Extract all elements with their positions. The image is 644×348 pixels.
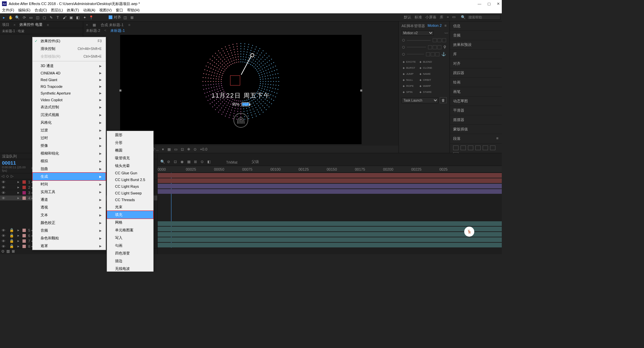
motion-btn-spin[interactable]: ✦SPIN: [401, 89, 418, 95]
tl-icon-c2[interactable]: ◧: [207, 160, 212, 164]
text-tool[interactable]: T: [55, 15, 60, 20]
right-panel-7[interactable]: 画笔: [450, 87, 502, 97]
submenu-item[interactable]: 填充: [107, 211, 153, 219]
menu-item[interactable]: 表达式控制▶: [33, 103, 106, 111]
para-align-3[interactable]: [475, 146, 481, 150]
submenu-item[interactable]: 四色渐变: [107, 249, 153, 257]
motion-graph-icon[interactable]: 〰: [444, 31, 448, 35]
menu-window[interactable]: 窗口: [116, 8, 123, 13]
eye-icon[interactable]: 👁: [1, 180, 5, 184]
workspace-standard[interactable]: 标准: [415, 15, 422, 20]
motion-btn-jump[interactable]: ✦JUMP: [401, 71, 418, 76]
rect-tool[interactable]: ▢: [42, 15, 47, 20]
layer-bar[interactable]: [158, 173, 502, 178]
clone-tool[interactable]: ▣: [68, 15, 74, 20]
layer-bar[interactable]: [158, 184, 502, 188]
para-align-5[interactable]: [490, 146, 495, 150]
menu-item[interactable]: Synthetic Aperture▶: [33, 90, 106, 97]
maximize-button[interactable]: ▢: [487, 2, 491, 6]
vc-i4[interactable]: ❋: [187, 147, 190, 152]
motion-btn-warp[interactable]: ✦WARP: [418, 83, 434, 89]
layer-bar[interactable]: [158, 227, 502, 231]
tl-icon-3d[interactable]: ▦: [187, 160, 192, 164]
comp-tab-main[interactable]: 合成 未标题-1: [101, 22, 123, 27]
motion-btn-stare[interactable]: ✦STARE: [418, 89, 434, 95]
tl-toggle-2[interactable]: ▥: [6, 249, 10, 253]
tl-icon-shy[interactable]: ⊘: [167, 160, 172, 164]
menu-item[interactable]: 过时▶: [33, 134, 106, 142]
tl-icon-graph[interactable]: ⊞: [194, 160, 199, 164]
tl-icon-fx[interactable]: ⊡: [174, 160, 178, 164]
menu-item[interactable]: 遮罩▶: [33, 242, 106, 250]
lock-icon[interactable]: 🔒: [9, 239, 13, 243]
layer-bar[interactable]: [158, 189, 502, 194]
menu-view[interactable]: 视图(V): [99, 8, 112, 13]
menu-edit[interactable]: 编辑(E): [18, 8, 31, 13]
motion-tab-scripts[interactable]: AE脚本管理器: [401, 23, 425, 28]
menu-item[interactable]: 模拟▶: [33, 157, 106, 165]
vc-i1[interactable]: ▦: [167, 147, 171, 152]
right-panel-3[interactable]: 库: [450, 50, 502, 59]
eye-icon[interactable]: 👁: [1, 191, 5, 195]
puppet-tool[interactable]: 📍: [89, 15, 94, 20]
menu-item[interactable]: 文本▶: [33, 211, 106, 219]
eye-icon[interactable]: 👁: [1, 239, 5, 243]
tl-toggle-3[interactable]: ⊞: [12, 249, 15, 253]
search-help-input[interactable]: [467, 15, 500, 20]
submenu-item[interactable]: CC Light Rays: [107, 183, 153, 190]
menu-item[interactable]: 滑块控制Ctrl+Alt+Shift+E: [33, 45, 106, 53]
submenu-item[interactable]: CC Light Sweep: [107, 190, 153, 196]
menu-item[interactable]: 扭曲▶: [33, 165, 106, 173]
menu-effect[interactable]: 效果(T): [67, 8, 79, 13]
camera-tool[interactable]: ▭: [28, 15, 34, 20]
menu-help[interactable]: 帮助(H): [127, 8, 140, 13]
eye-icon[interactable]: 👁: [1, 228, 5, 232]
minimize-button[interactable]: —: [478, 2, 481, 6]
submenu-item[interactable]: 写入: [107, 234, 153, 242]
submenu-item[interactable]: 单元格图案: [107, 226, 153, 234]
menu-layer[interactable]: 图层(L): [51, 8, 63, 13]
motion-btn-name[interactable]: ✦NAME: [418, 71, 434, 76]
right-panel-0[interactable]: 信息: [450, 21, 502, 31]
hand-tool[interactable]: ✋: [8, 15, 13, 20]
motion-preset-select[interactable]: Motion v2: [401, 31, 434, 36]
layer-bar[interactable]: [158, 237, 502, 242]
submenu-item[interactable]: 椭圆: [107, 147, 153, 154]
para-align-0[interactable]: [453, 146, 459, 150]
workspace-small[interactable]: 小屏幕: [425, 15, 436, 20]
brush-tool[interactable]: 🖌: [62, 15, 67, 20]
workspace-more[interactable]: »: [447, 15, 449, 20]
submenu-item[interactable]: 描边: [107, 257, 153, 265]
layer-bar[interactable]: [158, 221, 502, 226]
motion-btn-clone[interactable]: ✦CLONE: [418, 65, 434, 70]
menu-file[interactable]: 文件(F): [2, 8, 14, 13]
tl-icon-c1[interactable]: ⊙: [201, 160, 205, 164]
layer-bar[interactable]: [158, 178, 502, 183]
submenu-item[interactable]: 镜头光晕: [107, 162, 153, 170]
menu-item[interactable]: 杂色和颗粒▶: [33, 234, 106, 242]
menu-animation[interactable]: 动画(A): [83, 8, 96, 13]
pan-behind-tool[interactable]: ◫: [35, 15, 40, 20]
para-align-2[interactable]: [468, 146, 473, 150]
eraser-tool[interactable]: ◧: [75, 15, 80, 20]
menu-item[interactable]: 过渡▶: [33, 126, 106, 134]
eye-icon[interactable]: 👁: [1, 185, 5, 189]
right-panel-1[interactable]: 音频: [450, 31, 502, 40]
submenu-item[interactable]: 勾画: [107, 242, 153, 249]
menu-item[interactable]: 模糊和锐化▶: [33, 150, 106, 157]
motion-tab-motion2[interactable]: Motion 2: [428, 23, 442, 28]
right-panel-4[interactable]: 对齐: [450, 59, 502, 68]
close-button[interactable]: ✕: [497, 2, 500, 6]
right-panel-11[interactable]: 蒙版插值: [450, 125, 502, 134]
exposure[interactable]: +0.0: [200, 147, 207, 151]
right-panel-10[interactable]: 摇摆器: [450, 115, 502, 125]
snap-opt-1[interactable]: ◫: [122, 15, 128, 20]
trash-icon[interactable]: 🗑: [440, 97, 447, 103]
right-panel-2[interactable]: 效果和预设: [450, 40, 502, 50]
tl-icon-search[interactable]: 🔍: [160, 160, 165, 164]
zoom-tool[interactable]: 🔍: [15, 15, 20, 20]
current-time[interactable]: 00011: [2, 160, 28, 166]
sub-tab-2[interactable]: 未标题-2: [86, 28, 100, 34]
eye-icon[interactable]: 👁: [1, 196, 5, 200]
submenu-item[interactable]: CC Glue Gun: [107, 170, 153, 176]
